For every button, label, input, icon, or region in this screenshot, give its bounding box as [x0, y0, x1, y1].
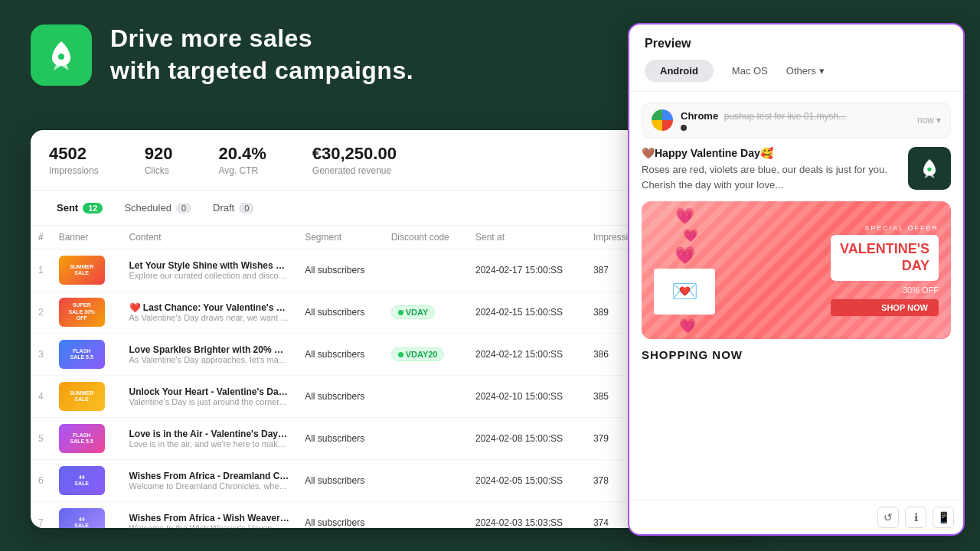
row-num: 7 — [31, 502, 51, 529]
row-banner: 44SALE — [51, 502, 122, 529]
logo — [31, 24, 92, 86]
row-discount-code — [384, 376, 468, 418]
row-banner: 44SALE — [51, 460, 122, 502]
notification-app-icon — [908, 147, 951, 190]
headline: Drive more sales with targeted campaigns… — [110, 23, 413, 86]
row-num: 6 — [31, 460, 51, 502]
tab-sent[interactable]: Sent 12 — [49, 198, 110, 217]
valentine-banner-image: 💗 💗 💗 💌 💗 SPECIAL OFFER VALENTINE'S DAY … — [642, 201, 951, 339]
row-num: 3 — [31, 334, 51, 376]
row-segment: All subscribers — [297, 334, 384, 376]
row-segment: All subscribers — [297, 418, 384, 460]
discount-badge: VDAY — [391, 305, 436, 319]
chevron-down-icon: ▾ — [819, 65, 825, 77]
tab-others[interactable]: Others ▾ — [786, 65, 825, 77]
row-sent-at: 2024-02-12 15:00:SS — [468, 334, 586, 376]
row-content: Wishes From Africa - Dreamland Chronicle… — [122, 460, 298, 502]
stat-avg-ctr: 20.4% Avg. CTR — [218, 144, 266, 176]
row-discount-code — [384, 249, 468, 292]
stat-revenue: €30,250.00 Generated revenue — [312, 144, 397, 176]
row-discount-code: VDAY — [384, 292, 468, 334]
stat-impressions: 4502 Impressions — [49, 144, 99, 176]
row-discount-code — [384, 502, 468, 529]
row-banner: SUMMERSALE — [51, 249, 122, 292]
row-sent-at: 2024-02-03 15:03:SS — [468, 502, 586, 529]
chrome-icon — [652, 109, 673, 131]
svg-point-1 — [927, 168, 931, 171]
row-num: 5 — [31, 418, 51, 460]
row-banner: FLASHSALE 5.5 — [51, 334, 122, 376]
tab-macos[interactable]: Mac OS — [717, 60, 783, 82]
refresh-icon[interactable]: ↺ — [877, 507, 899, 528]
row-discount-code: VDAY20 — [384, 334, 468, 376]
row-segment: All subscribers — [297, 249, 384, 292]
row-segment: All subscribers — [297, 376, 384, 418]
tab-draft[interactable]: Draft 0 — [205, 198, 262, 217]
preview-content: Chrome pushup test for live 01.mysh... n… — [629, 92, 963, 500]
row-content: Let Your Style Shine with Wishes From Af… — [122, 249, 298, 292]
row-num: 2 — [31, 292, 51, 334]
info-icon[interactable]: ℹ — [905, 507, 926, 528]
row-banner: SUPERSALE 30%OFF — [51, 292, 122, 334]
row-sent-at: 2024-02-05 15:00:SS — [468, 460, 586, 502]
chrome-notification-bar: Chrome pushup test for live 01.mysh... n… — [642, 103, 951, 138]
discount-badge: VDAY20 — [391, 347, 445, 361]
row-banner: SUMMERSALE — [51, 376, 122, 418]
row-content: Unlock Your Heart - Valentine's Day Sale… — [122, 376, 298, 418]
shopping-label: SHOPPING NOW — [642, 348, 951, 361]
row-content: Love Sparkles Brighter with 20% Off 💕 As… — [122, 334, 298, 376]
preview-header: Preview Android Mac OS Others ▾ — [629, 24, 963, 92]
row-num: 4 — [31, 376, 51, 418]
row-sent-at: 2024-02-15 15:00:SS — [468, 292, 586, 334]
col-sent: Sent at — [468, 226, 586, 249]
row-discount-code — [384, 460, 468, 502]
col-banner: Banner — [51, 226, 122, 249]
chevron-down-icon: ▾ — [936, 115, 941, 126]
col-discount: Discount code — [384, 226, 468, 249]
col-segment: Segment — [297, 226, 384, 249]
preview-bottom-icons: ↺ ℹ 📱 — [629, 500, 963, 534]
preview-tabs: Android Mac OS Others ▾ — [645, 60, 948, 82]
row-content: Wishes From Africa - Wish Weaver's Haven… — [122, 502, 298, 529]
tab-scheduled[interactable]: Scheduled 0 — [116, 198, 199, 217]
row-sent-at: 2024-02-10 15:00:SS — [468, 376, 586, 418]
row-banner: FLASHSALE 5.5 — [51, 418, 122, 460]
svg-point-0 — [58, 54, 64, 60]
row-discount-code — [384, 418, 468, 460]
stat-clicks: 920 Clicks — [145, 144, 173, 176]
row-content: Love is in the Air - Valentine's Day Spe… — [122, 418, 298, 460]
row-sent-at: 2024-02-17 15:00:SS — [468, 249, 586, 292]
notification-body: 🤎Happy Valentine Day🥰 Roses are red, vio… — [642, 147, 951, 192]
preview-title: Preview — [645, 37, 948, 51]
row-sent-at: 2024-02-08 15:00:SS — [468, 418, 586, 460]
row-segment: All subscribers — [297, 292, 384, 334]
shop-now-button[interactable]: SHOP NOW — [831, 299, 939, 316]
row-num: 1 — [31, 249, 51, 292]
row-segment: All subscribers — [297, 460, 384, 502]
preview-panel: Preview Android Mac OS Others ▾ Chrome p… — [628, 23, 965, 536]
row-segment: All subscribers — [297, 502, 384, 529]
col-content: Content — [122, 226, 298, 249]
row-content: ❤️ Last Chance: Your Valentine's Discoun… — [122, 292, 298, 334]
col-num: # — [31, 226, 51, 249]
tab-android[interactable]: Android — [645, 60, 714, 82]
mobile-icon[interactable]: 📱 — [933, 507, 954, 528]
